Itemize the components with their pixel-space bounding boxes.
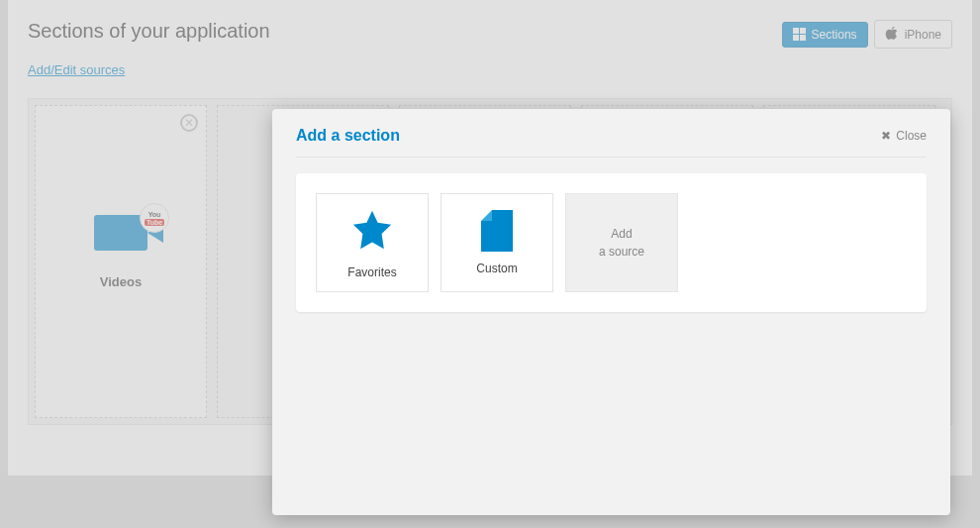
tile-add-line2: a source	[599, 245, 644, 259]
tile-custom-label: Custom	[476, 262, 517, 275]
close-icon: ✖	[881, 129, 891, 143]
tile-favorites[interactable]: Favorites	[316, 193, 429, 292]
star-icon	[349, 207, 395, 256]
tile-add-line1: Add	[611, 227, 632, 241]
modal-header: Add a section ✖ Close	[296, 127, 927, 158]
tile-add-text: Add a source	[599, 225, 644, 261]
tile-add-source[interactable]: Add a source	[565, 193, 678, 292]
tile-custom[interactable]: Custom	[441, 193, 553, 292]
modal-title: Add a section	[296, 127, 400, 145]
add-section-modal: Add a section ✖ Close Favorites Custom A…	[272, 109, 950, 515]
modal-body: Favorites Custom Add a source	[296, 173, 927, 312]
tile-favorites-label: Favorites	[347, 265, 396, 279]
modal-close-button[interactable]: ✖ Close	[881, 129, 927, 143]
modal-close-label: Close	[896, 129, 927, 143]
document-icon	[481, 210, 513, 252]
